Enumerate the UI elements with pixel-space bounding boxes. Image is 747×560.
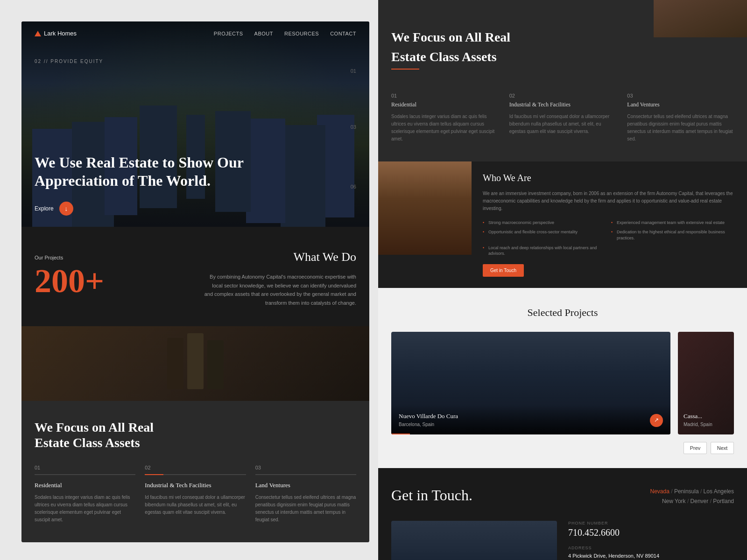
right-asset-title-1: Industrial & Tech Facilities: [509, 101, 616, 108]
contact-title: Get in Touch.: [391, 487, 472, 504]
what-we-do-section: Our Projects 200+ What We Do By combinin…: [21, 227, 369, 326]
contact-locations-row2: New York / Denver / Portland: [650, 497, 734, 507]
nav-resources[interactable]: RESOURCES: [284, 31, 319, 36]
people-illustration: [167, 333, 224, 394]
navigation: Lark Homes PROJECTS ABOUT RESOURCES CONT…: [21, 21, 369, 45]
focus-title: We Focus on All RealEstate Class Assets: [35, 420, 356, 451]
focus-divider-1: [145, 474, 246, 475]
location-denver[interactable]: Denver: [691, 498, 709, 504]
project-link-btn-0[interactable]: ↗: [650, 414, 663, 427]
right-asset-desc-2: Consectetur tellus sed eleifend ultrices…: [627, 113, 734, 143]
right-asset-desc-1: Id faucibus mi vel consequat dolor a ull…: [509, 113, 616, 135]
location-peninsula[interactable]: Peninsula: [674, 488, 699, 495]
contact-section: Get in Touch. Nevada / Peninsula / Los A…: [378, 468, 747, 560]
right-main-heading-2: Estate Class Assets: [391, 49, 734, 65]
who-image-bg: [378, 161, 472, 255]
selected-projects-heading: Selected Projects: [391, 307, 734, 319]
focus-section: We Focus on All RealEstate Class Assets …: [21, 401, 369, 542]
phone-label: PHONE NUMBER: [568, 521, 734, 525]
projects-label: Our Projects: [35, 255, 189, 260]
right-asset-num-0: 01: [391, 93, 498, 98]
right-assets-grid: 01 Residential Sodales lacus integer var…: [391, 93, 734, 143]
project-overlay-0: Nuevo Villarde Do Cura Barcelona, Spain: [391, 405, 670, 434]
explore-button[interactable]: Explore ↓: [35, 202, 73, 216]
focus-item-title-0: Residential: [35, 482, 135, 489]
left-panel: Lark Homes PROJECTS ABOUT RESOURCES CONT…: [21, 21, 369, 542]
focus-item-0: 01 Residential Sodales lacus integer var…: [35, 465, 135, 524]
explore-circle[interactable]: ↓: [59, 202, 73, 216]
prev-button[interactable]: Prev: [684, 442, 707, 454]
project-card-0[interactable]: Nuevo Villarde Do Cura Barcelona, Spain …: [391, 332, 670, 434]
slide-num-2: 03: [351, 124, 356, 130]
logo-icon: [35, 31, 41, 36]
right-asset-0: 01 Residential Sodales lacus integer var…: [391, 93, 498, 143]
who-point-2: Opportunistic and flexible cross-sector …: [483, 229, 607, 241]
who-points: Strong macroeconomic perspective Experie…: [483, 220, 736, 257]
right-asset-num-1: 02: [509, 93, 616, 98]
location-sep-1: /: [671, 488, 674, 495]
location-la[interactable]: Los Angeles: [704, 488, 734, 495]
right-asset-desc-0: Sodales lacus integer varius diam ac qui…: [391, 113, 498, 143]
focus-item-2: 03 Land Ventures Consectetur tellus sed …: [255, 465, 356, 524]
person-3: [207, 340, 224, 389]
logo: Lark Homes: [35, 30, 77, 37]
right-asset-2: 03 Land Ventures Consectetur tellus sed …: [627, 93, 734, 143]
next-button[interactable]: Next: [711, 442, 734, 454]
focus-item-desc-2: Consectetur tellus sed eleifend ultrices…: [255, 494, 356, 524]
what-we-do-content: What We Do By combining Autonomy Capital…: [203, 250, 357, 308]
contact-address: 4 Pickwick Drive, Henderson, NV 89014: [568, 552, 734, 560]
prev-next-controls: Prev Next: [391, 442, 734, 454]
project-name-0: Nuevo Villarde Do Cura: [399, 413, 663, 420]
slide-label: 02 // PROVIDE EQUITY: [35, 59, 103, 64]
person-1: [167, 338, 183, 389]
projects-count: 200+: [35, 264, 189, 298]
projects-count-area: Our Projects 200+: [35, 250, 189, 308]
nav-contact[interactable]: CONTACT: [330, 31, 356, 36]
focus-num-0: 01: [35, 465, 135, 470]
right-asset-title-0: Residential: [391, 101, 498, 108]
slide-num-3: 06: [351, 184, 356, 189]
project-location-0: Barcelona, Spain: [399, 422, 663, 427]
top-right-photo: [654, 0, 747, 37]
slide-num-1: 01: [351, 68, 356, 74]
selected-projects-section: Selected Projects Nuevo Villarde Do Cura…: [378, 288, 747, 468]
focus-item-title-1: Industrial & Tech Facilities: [145, 482, 246, 489]
focus-divider-0: [35, 474, 135, 475]
address-label: ADDRESS: [568, 546, 734, 550]
hero-section: Lark Homes PROJECTS ABOUT RESOURCES CONT…: [21, 21, 369, 227]
photo-bg: [21, 326, 369, 401]
nav-projects[interactable]: PROJECTS: [214, 31, 243, 36]
who-point-3: Dedication to the highest ethical and re…: [611, 229, 736, 241]
project-overlay-1: Cassa... Madrid, Spain: [678, 413, 734, 427]
who-point-1: Experienced management team with extensi…: [611, 220, 736, 226]
project-divider-0: [391, 434, 410, 434]
who-point-0: Strong macroeconomic perspective: [483, 220, 607, 226]
focus-item-desc-1: Id faucibus mi vel consequat dolor a ull…: [145, 494, 246, 516]
who-image: [378, 161, 472, 255]
focus-item-title-2: Land Ventures: [255, 482, 356, 489]
contact-locations-row1: Nevada / Peninsula / Los Angeles: [650, 487, 734, 497]
project-name-1: Cassa...: [684, 413, 728, 420]
location-sep-3: /: [687, 498, 691, 504]
who-content: Who We Are We are an immersive investmen…: [472, 161, 747, 288]
location-portland[interactable]: Portland: [713, 498, 734, 504]
contact-header: Get in Touch. Nevada / Peninsula / Los A…: [391, 487, 734, 507]
hero-title: We Use Real Estate to Show Our Appreciat…: [35, 154, 268, 189]
projects-row: Nuevo Villarde Do Cura Barcelona, Spain …: [391, 332, 734, 434]
right-focus-continuation: We Focus on All Real Estate Class Assets…: [378, 0, 747, 161]
who-point-4: Local reach and deep relationships with …: [483, 245, 607, 257]
location-nevada[interactable]: Nevada: [650, 488, 669, 495]
what-we-do-title: What We Do: [203, 250, 357, 264]
top-right-photo-bg: [654, 0, 747, 37]
right-asset-1: 02 Industrial & Tech Facilities Id fauci…: [509, 93, 616, 143]
who-we-are-section: Who We Are We are an immersive investmen…: [378, 161, 747, 288]
nav-about[interactable]: ABOUT: [254, 31, 273, 36]
get-in-touch-button[interactable]: Get in Touch: [483, 264, 524, 277]
contact-image: [391, 521, 557, 560]
location-ny[interactable]: New York: [662, 498, 686, 504]
focus-grid: 01 Residential Sodales lacus integer var…: [35, 465, 356, 542]
who-desc: We are an immersive investment company, …: [483, 190, 736, 212]
project-card-1[interactable]: Cassa... Madrid, Spain: [678, 332, 734, 434]
focus-num-2: 03: [255, 465, 356, 470]
contact-locations: Nevada / Peninsula / Los Angeles New Yor…: [650, 487, 734, 507]
